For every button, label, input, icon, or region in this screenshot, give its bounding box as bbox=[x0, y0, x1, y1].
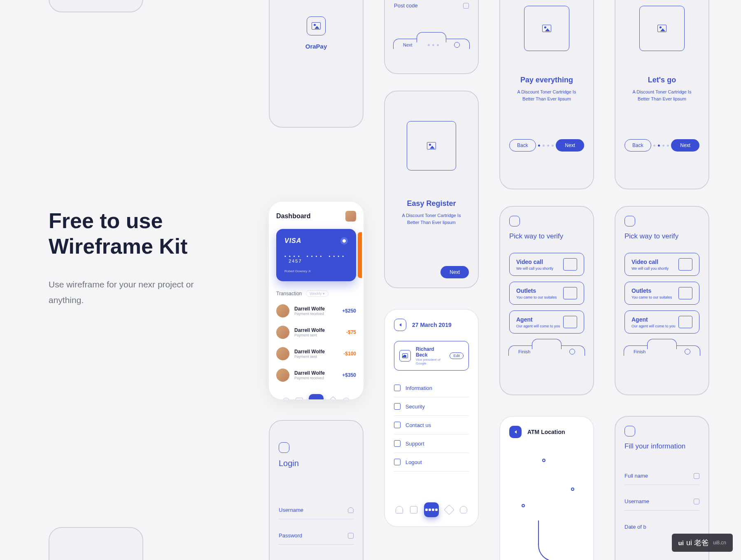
image-placeholder bbox=[307, 16, 326, 35]
filter-dropdown[interactable]: Weekly ▾ bbox=[306, 290, 329, 297]
verify-option[interactable]: AgentOur agent will come to you bbox=[624, 310, 699, 334]
menu-item[interactable]: Support bbox=[394, 434, 469, 453]
verify-option[interactable]: Video callWe will call you shortly bbox=[509, 253, 584, 276]
menu-item[interactable]: Security bbox=[394, 397, 469, 416]
image-placeholder bbox=[639, 6, 685, 51]
screen-splash: OraPay bbox=[269, 0, 364, 128]
profile-icon[interactable] bbox=[460, 506, 467, 513]
onboard-sub: A Discount Toner Cartridge Is Better Tha… bbox=[624, 89, 699, 102]
hero-subtitle: Use wireframe for your nexr project or a… bbox=[49, 277, 221, 308]
globe-icon bbox=[340, 237, 348, 245]
transaction-row[interactable]: Darrell WolfePayment received+$350 bbox=[276, 364, 356, 386]
profile-name: Richard Beck bbox=[416, 346, 445, 358]
lock-icon bbox=[348, 533, 354, 539]
transaction-row[interactable]: Darrell WolfePayment sent-$100 bbox=[276, 343, 356, 364]
fullname-input[interactable]: Full name bbox=[624, 467, 699, 485]
verify-option[interactable]: AgentOur agent will come to you bbox=[509, 310, 584, 334]
screen-verify-1: Pick way to verify Video callWe will cal… bbox=[499, 206, 594, 395]
back-button[interactable]: Back bbox=[509, 139, 536, 152]
postcode-icon bbox=[463, 3, 469, 9]
image-icon bbox=[657, 25, 666, 32]
home-icon[interactable] bbox=[282, 398, 290, 399]
postcode-input[interactable]: Post code bbox=[394, 0, 469, 14]
onboard-title: Let's go bbox=[624, 76, 699, 84]
back-button[interactable] bbox=[394, 319, 406, 331]
back-squircle[interactable] bbox=[624, 426, 635, 436]
image-icon bbox=[542, 25, 551, 32]
avatar bbox=[276, 369, 289, 382]
back-squircle[interactable] bbox=[624, 216, 635, 226]
home-icon[interactable] bbox=[396, 506, 403, 513]
image-icon bbox=[427, 142, 436, 149]
transaction-row[interactable]: Darrell WolfePayment received+$250 bbox=[276, 300, 356, 322]
user-avatar[interactable] bbox=[345, 211, 356, 222]
bottom-nav bbox=[389, 497, 474, 522]
menu-icon bbox=[394, 440, 401, 447]
register-sub: A Discount Toner Cartridge Is Better Tha… bbox=[394, 212, 469, 226]
username-input[interactable]: Username bbox=[279, 501, 354, 519]
back-squircle[interactable] bbox=[279, 442, 289, 453]
screen-onboard-2: Let's go A Discount Toner Cartridge Is B… bbox=[615, 0, 709, 189]
apps-icon[interactable] bbox=[309, 394, 324, 399]
edit-button[interactable]: Edit bbox=[450, 352, 464, 359]
verify-option[interactable]: OutletsYou came to our suitales bbox=[624, 282, 699, 305]
screen-register: Easy Register A Discount Toner Cartridge… bbox=[384, 91, 479, 288]
hero-text: Free to useWireframe Kit Use wireframe f… bbox=[49, 208, 221, 308]
id-icon bbox=[694, 473, 699, 479]
next-button[interactable]: Next bbox=[556, 139, 584, 152]
dob-input[interactable]: Date of b bbox=[624, 518, 699, 536]
card-icon[interactable] bbox=[296, 398, 303, 399]
atm-title: ATM Location bbox=[527, 429, 565, 435]
screen-profile: 27 March 2019 Richard Beck Vice presiden… bbox=[384, 309, 479, 527]
next-button[interactable]: Next bbox=[440, 266, 469, 278]
finish-button[interactable]: Finish bbox=[634, 349, 645, 354]
screen-atm: ATM Location bbox=[499, 416, 594, 560]
username-input[interactable]: Username bbox=[624, 492, 699, 511]
credit-card[interactable]: VISA • • • • • • • • • • • • 2457 Robert… bbox=[276, 229, 356, 281]
step-bump: Finish bbox=[624, 342, 700, 356]
back-squircle[interactable] bbox=[509, 216, 520, 226]
onboard-sub: A Discount Toner Cartridge Is Better Tha… bbox=[509, 89, 584, 102]
user-icon bbox=[348, 507, 354, 513]
watermark: uiui 老爸 ui8.cn bbox=[672, 534, 733, 552]
transaction-row[interactable]: Darrell WolfePayment sent-$75 bbox=[276, 322, 356, 343]
avatar bbox=[276, 347, 289, 360]
register-title: Easy Register bbox=[394, 199, 469, 208]
image-icon bbox=[312, 22, 321, 30]
screen-dashboard: Dashboard VISA • • • • • • • • • • • • 2… bbox=[269, 202, 364, 399]
apps-icon[interactable] bbox=[424, 502, 439, 517]
map-area[interactable] bbox=[509, 446, 584, 553]
back-button[interactable]: Back bbox=[624, 139, 651, 152]
menu-icon bbox=[394, 403, 401, 410]
verify-option[interactable]: OutletsYou came to our suitales bbox=[509, 282, 584, 305]
send-icon[interactable] bbox=[444, 504, 454, 515]
menu-item[interactable]: Information bbox=[394, 379, 469, 397]
image-placeholder bbox=[407, 121, 456, 170]
option-icon bbox=[678, 258, 692, 271]
profile-icon[interactable] bbox=[343, 398, 350, 399]
option-icon bbox=[678, 316, 692, 328]
option-icon bbox=[563, 287, 577, 299]
next-button[interactable]: Next bbox=[403, 42, 412, 47]
send-icon[interactable] bbox=[328, 396, 338, 399]
finish-button[interactable]: Finish bbox=[518, 349, 530, 354]
card-icon[interactable] bbox=[410, 506, 417, 513]
onboard-title: Pay everything bbox=[509, 76, 584, 84]
menu-item[interactable]: Contact us bbox=[394, 416, 469, 434]
profile-role: Vice president of Google bbox=[416, 358, 445, 365]
verify-option[interactable]: Video callWe will call you shortly bbox=[624, 253, 699, 276]
verify-title: Pick way to verify bbox=[624, 232, 699, 240]
info-icon bbox=[685, 349, 690, 355]
back-button[interactable] bbox=[509, 426, 522, 438]
menu-item[interactable]: Logout bbox=[394, 453, 469, 471]
next-button[interactable]: Next bbox=[671, 139, 699, 152]
section-label: Transaction bbox=[276, 291, 302, 296]
verify-title: Pick way to verify bbox=[509, 232, 584, 240]
screen-partial bbox=[49, 527, 143, 560]
password-input[interactable]: Password bbox=[279, 527, 354, 545]
info-icon bbox=[454, 42, 460, 48]
option-icon bbox=[563, 258, 577, 271]
image-icon bbox=[399, 350, 411, 362]
brand-name: OraPay bbox=[305, 43, 327, 50]
profile-date: 27 March 2019 bbox=[412, 322, 452, 328]
